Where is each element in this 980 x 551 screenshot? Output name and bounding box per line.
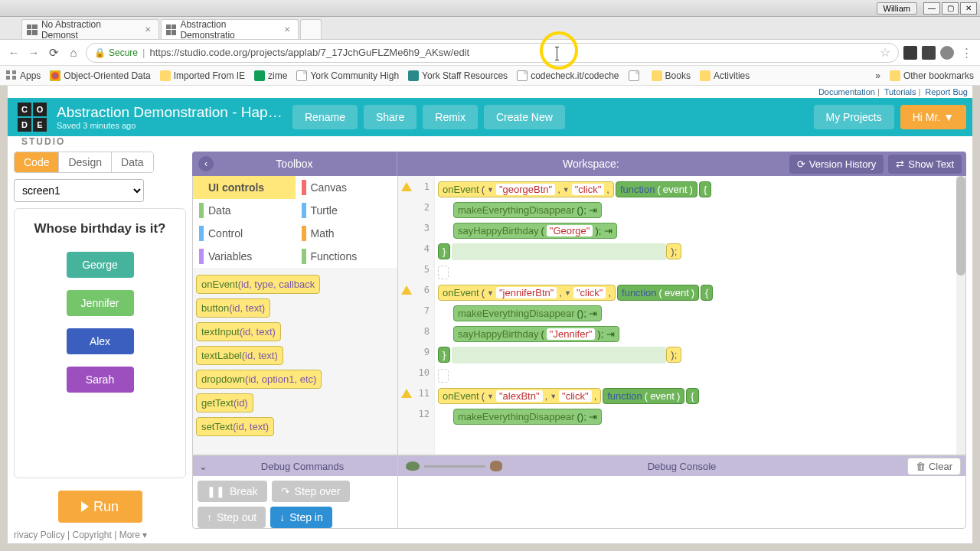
minimize-button[interactable]: —	[923, 2, 940, 15]
toolbox-block[interactable]: setText(id, text)	[196, 417, 274, 436]
toolbox-category[interactable]: Canvas	[296, 176, 398, 199]
toolbox-block[interactable]: dropdown(id, option1, etc)	[196, 370, 322, 389]
more-link[interactable]: More ▾	[119, 530, 148, 540]
tab-title: No Abstraction Demonst	[41, 19, 139, 41]
toolbox-back-icon[interactable]: ‹	[198, 156, 214, 171]
copyright-link[interactable]: Copyright	[72, 530, 111, 540]
scrollbar[interactable]	[956, 176, 965, 455]
share-button[interactable]: Share	[364, 105, 416, 129]
my-projects-button[interactable]: My Projects	[814, 105, 894, 129]
forward-icon[interactable]: →	[26, 45, 41, 60]
code-workspace[interactable]: 123456789101112 onEvent(▼"georgeBtn", ▼"…	[398, 176, 965, 455]
version-history-button[interactable]: ⟳ Version History	[789, 155, 884, 174]
bookmark-item[interactable]: Books	[652, 70, 691, 81]
other-bookmarks[interactable]: Other bookmarks	[890, 70, 974, 81]
bookmark-item[interactable]: Object-Oriented Data	[50, 70, 150, 81]
url-input[interactable]: 🔒 Secure | https://studio.code.org/proje…	[86, 43, 899, 63]
bookmark-item[interactable]: codecheck.it/codeche	[517, 70, 619, 81]
bookmark-item[interactable]: Imported From IE	[160, 70, 245, 81]
toolbox-block[interactable]: getText(id)	[196, 393, 253, 412]
saved-status: Saved 3 minutes ago	[57, 121, 286, 130]
bookmark-item[interactable]: York Community High	[296, 70, 399, 81]
debug-commands-header[interactable]: ⌄ Debug Commands	[193, 456, 397, 476]
screen-select[interactable]: screen1	[14, 179, 144, 202]
tab-data[interactable]: Data	[111, 152, 153, 172]
close-tab-icon[interactable]: ✕	[283, 25, 292, 34]
bookmarks-overflow-icon[interactable]: »	[875, 70, 880, 81]
rabbit-icon	[490, 461, 502, 471]
code-line[interactable]: sayHappyBirthday("Jennifer"); ⇥	[435, 324, 965, 344]
close-window-button[interactable]: ✕	[960, 2, 977, 15]
tutorials-link[interactable]: Tutorials	[884, 87, 916, 96]
toolbox-block[interactable]: onEvent(id, type, callback	[196, 275, 320, 294]
code-line[interactable]: onEvent(▼"georgeBtn", ▼"click", function…	[435, 179, 965, 200]
toolbox-category[interactable]: Functions	[296, 245, 398, 268]
create-new-button[interactable]: Create New	[484, 105, 565, 129]
line-number: 9	[398, 341, 434, 362]
toolbox-category[interactable]: UI controls	[193, 176, 296, 199]
speed-slider[interactable]	[406, 461, 502, 471]
bookmark-star-icon[interactable]: ☆	[880, 45, 890, 60]
code-line[interactable]: });	[435, 344, 965, 365]
code-logo[interactable]: CO DE	[14, 98, 51, 136]
window-titlebar: William — ▢ ✕	[0, 0, 980, 17]
bookmark-item[interactable]	[629, 70, 642, 81]
clear-button[interactable]: 🗑 Clear	[907, 458, 961, 475]
reload-icon[interactable]: ⟳	[46, 45, 61, 60]
code-line[interactable]: onEvent(▼"jenniferBtn", ▼"click", functi…	[435, 282, 965, 303]
george-button[interactable]: George	[67, 252, 134, 278]
documentation-link[interactable]: Documentation	[818, 87, 875, 96]
back-icon[interactable]: ←	[6, 45, 21, 60]
home-icon[interactable]: ⌂	[66, 45, 81, 60]
toolbox-block[interactable]: textInput(id, text)	[196, 322, 281, 341]
step-in-button[interactable]: ↓ Step in	[270, 507, 332, 528]
toolbox-category[interactable]: Variables	[193, 245, 296, 268]
step-over-button[interactable]: ↷ Step over	[272, 481, 350, 502]
code-line[interactable]: makeEverythingDisappear(); ⇥	[435, 303, 965, 324]
menu-icon[interactable]: ⋮	[959, 45, 974, 60]
bookmark-item[interactable]: zime	[254, 70, 287, 81]
run-button[interactable]: Run	[58, 491, 142, 523]
toolbox-category[interactable]: Turtle	[296, 199, 398, 222]
toolbox-block[interactable]: textLabel(id, text)	[196, 346, 283, 365]
toolbox-category[interactable]: Data	[193, 199, 296, 222]
jennifer-button[interactable]: Jennifer	[67, 290, 134, 316]
close-tab-icon[interactable]: ✕	[143, 25, 152, 34]
code-line[interactable]: });	[435, 241, 965, 262]
browser-tab[interactable]: Abstraction Demonstratio ✕	[161, 19, 299, 39]
browser-tab[interactable]: No Abstraction Demonst ✕	[21, 19, 159, 39]
user-menu-button[interactable]: Hi Mr. ▼	[900, 105, 966, 129]
break-button[interactable]: ❚❚ Break	[198, 481, 267, 502]
code-line[interactable]: makeEverythingDisappear(); ⇥	[435, 406, 965, 427]
extension-icon[interactable]	[940, 46, 954, 60]
sarah-button[interactable]: Sarah	[67, 367, 134, 393]
extension-icon[interactable]	[903, 46, 917, 60]
privacy-link[interactable]: rivacy Policy	[14, 530, 65, 540]
tab-code[interactable]: Code	[15, 152, 58, 172]
code-line[interactable]	[435, 365, 965, 386]
show-text-button[interactable]: ⇄ Show Text	[888, 155, 962, 174]
tab-design[interactable]: Design	[58, 152, 111, 172]
bookmark-item[interactable]: York Staff Resources	[408, 70, 508, 81]
toolbox-category[interactable]: Math	[296, 222, 398, 245]
toolbox-category[interactable]: Control	[193, 222, 296, 245]
report-bug-link[interactable]: Report Bug	[925, 87, 968, 96]
bookmark-apps[interactable]: Apps	[6, 70, 41, 81]
app-header: CO DE Abstraction Demonstration - Happy …	[8, 98, 972, 136]
toolbox-block[interactable]: button(id, text)	[196, 298, 270, 318]
bookmark-item[interactable]: Activities	[700, 70, 750, 81]
code-line[interactable]: sayHappyBirthday("George"); ⇥	[435, 220, 965, 241]
step-out-button[interactable]: ↑ Step out	[198, 507, 266, 528]
code-line[interactable]: onEvent(▼"alexBtn", ▼"click", function(e…	[435, 386, 965, 406]
line-number: 10	[398, 362, 434, 383]
app-container: Documentation| Tutorials| Report Bug CO …	[8, 86, 972, 543]
new-tab-button[interactable]	[300, 19, 322, 39]
rename-button[interactable]: Rename	[292, 105, 358, 129]
remix-button[interactable]: Remix	[423, 105, 478, 129]
address-bar: ← → ⟳ ⌂ 🔒 Secure | https://studio.code.o…	[0, 40, 980, 66]
extension-icon[interactable]	[922, 46, 936, 60]
maximize-button[interactable]: ▢	[942, 2, 959, 15]
code-line[interactable]	[435, 262, 965, 282]
code-line[interactable]: makeEverythingDisappear(); ⇥	[435, 200, 965, 220]
alex-button[interactable]: Alex	[67, 328, 134, 354]
